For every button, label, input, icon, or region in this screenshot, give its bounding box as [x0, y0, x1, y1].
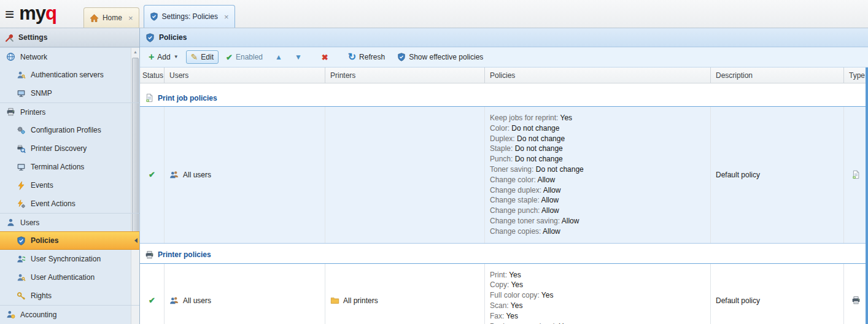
sidebar-item-label: Printer Discovery [31, 144, 87, 153]
shield-icon [145, 33, 155, 42]
tab-label: Settings: Policies [162, 12, 218, 21]
sidebar-title: Settings [18, 33, 47, 42]
policy-line: Keep jobs for reprint: Yes [490, 113, 705, 123]
move-up-button[interactable]: ▲ [270, 51, 287, 63]
tab-close-icon[interactable]: × [224, 12, 229, 21]
network-globe-icon [6, 52, 15, 61]
sidebar-item-users[interactable]: Users [0, 213, 139, 231]
move-down-button[interactable]: ▼ [290, 51, 307, 63]
policy-line: Change staple: Allow [490, 195, 705, 206]
printers-cell [325, 107, 485, 243]
topbar: ≡ myq Home × Settings: Policies × [0, 0, 868, 28]
status-enabled-check-icon: ✔ [149, 296, 155, 304]
policy-line: Change copies: Allow [490, 226, 705, 237]
policy-line: Toner saving: Do not change [490, 164, 705, 175]
tab-home[interactable]: Home × [83, 7, 139, 28]
column-header-users[interactable]: Users [165, 68, 325, 83]
printers-cell-value: All printers [343, 296, 378, 305]
sidebar-item-accounting[interactable]: Accounting [0, 305, 139, 323]
sidebar-item-configuration-profiles[interactable]: Configuration Profiles [0, 121, 139, 139]
sidebar-item-printers[interactable]: Printers [0, 102, 139, 121]
add-button[interactable]: + Add ▼ [144, 50, 184, 64]
policies-cell: Print: Yes Copy: Yes Full color copy: Ye… [485, 264, 711, 324]
myq-logo[interactable]: myq [19, 2, 56, 25]
sidebar-item-label: Events [31, 181, 53, 190]
table-body: Print job policies ✔ All users [140, 90, 868, 324]
column-header-type[interactable]: Type [844, 68, 868, 83]
sidebar-item-rights[interactable]: Rights [0, 287, 139, 305]
tab-settings-policies[interactable]: Settings: Policies × [144, 5, 235, 28]
group-row-printer-policies[interactable]: Printer policies [140, 247, 868, 264]
page-title: Policies [159, 33, 187, 42]
lightning-icon [17, 181, 26, 190]
logo-text-q: q [45, 2, 56, 24]
sidebar-header: Settings [0, 28, 139, 47]
sidebar-item-event-actions[interactable]: Event Actions [0, 195, 139, 213]
pencil-icon: ✎ [191, 53, 198, 61]
table-row[interactable]: ✔ All users [140, 107, 868, 244]
sidebar-item-terminal-actions[interactable]: Terminal Actions [0, 158, 139, 176]
print-job-policy-type-icon [851, 170, 861, 179]
type-cell [844, 264, 868, 324]
arrow-down-icon: ▼ [295, 53, 302, 61]
sidebar-item-user-synchronization[interactable]: User Synchronization [0, 250, 139, 268]
main-content: Policies + Add ▼ ✎ Edit ✔ Enabled ▲ [140, 28, 868, 324]
column-header-policies[interactable]: Policies [485, 68, 711, 83]
user-sync-icon [17, 255, 26, 264]
shield-icon [150, 12, 158, 21]
sidebar-item-network[interactable]: Network [0, 47, 139, 66]
policy-line: Duplex: Do not change [490, 134, 705, 144]
sidebar-item-label: SNMP [31, 89, 52, 98]
description-cell-value: Default policy [716, 296, 760, 305]
column-header-status[interactable]: Status [140, 68, 165, 83]
status-cell: ✔ [140, 107, 165, 243]
sidebar-item-printer-discovery[interactable]: Printer Discovery [0, 139, 139, 158]
users-cell-value: All users [183, 171, 211, 179]
users-group-icon [169, 170, 179, 179]
sidebar-item-label: Event Actions [31, 199, 76, 208]
show-effective-policies-button[interactable]: Show effective policies [392, 50, 488, 64]
panel-right-border [866, 68, 868, 324]
group-title: Print job policies [158, 94, 217, 102]
users-cell-value: All users [183, 296, 211, 305]
refresh-button[interactable]: ↻ Refresh [343, 50, 390, 64]
selected-item-arrow-icon [134, 238, 138, 243]
group-row-print-job-policies[interactable]: Print job policies [140, 90, 868, 107]
printer-icon [145, 250, 154, 260]
sidebar-item-label: User Synchronization [31, 255, 101, 263]
monitor-icon [17, 89, 26, 98]
sidebar-item-label: Network [20, 53, 47, 61]
edit-button[interactable]: ✎ Edit [186, 50, 219, 64]
printers-cell: All printers [325, 264, 485, 324]
chevron-down-icon: ▼ [174, 55, 179, 60]
sidebar-item-label: Accounting [20, 310, 56, 319]
arrow-up-icon: ▲ [275, 53, 282, 61]
show-effective-policies-label: Show effective policies [409, 53, 483, 61]
enabled-button[interactable]: ✔ Enabled [221, 50, 268, 64]
plus-icon: + [149, 52, 154, 62]
policy-line: Change punch: Allow [490, 206, 705, 216]
policy-line: Color: Do not change [490, 123, 705, 134]
hamburger-menu-icon[interactable]: ≡ [5, 6, 14, 22]
sidebar-item-policies[interactable]: Policies [0, 231, 139, 250]
sidebar-item-events[interactable]: Events [0, 176, 139, 195]
column-header-description[interactable]: Description [711, 68, 844, 83]
sidebar-item-user-authentication[interactable]: User Authentication [0, 268, 139, 287]
policies-table: Status Users Printers Policies Descripti… [140, 68, 868, 324]
delete-button[interactable]: ✖ [317, 51, 333, 64]
tab-close-icon[interactable]: × [128, 14, 133, 23]
table-row[interactable]: ✔ All users All printers [140, 264, 868, 324]
policies-cell: Keep jobs for reprint: Yes Color: Do not… [485, 107, 711, 243]
type-cell [844, 107, 868, 243]
enabled-button-label: Enabled [236, 53, 263, 61]
users-cell: All users [165, 107, 325, 243]
sidebar-item-label: Printers [20, 108, 45, 117]
policy-line: Punch: Do not change [490, 154, 705, 164]
sidebar-item-snmp[interactable]: SNMP [0, 84, 139, 102]
status-cell: ✔ [140, 264, 165, 324]
column-header-printers[interactable]: Printers [325, 68, 485, 83]
sidebar-item-authentication-servers[interactable]: Authentication servers [0, 66, 139, 84]
key-icon [17, 291, 26, 301]
refresh-icon: ↻ [348, 52, 356, 62]
tab-bar: Home × Settings: Policies × [83, 0, 239, 28]
